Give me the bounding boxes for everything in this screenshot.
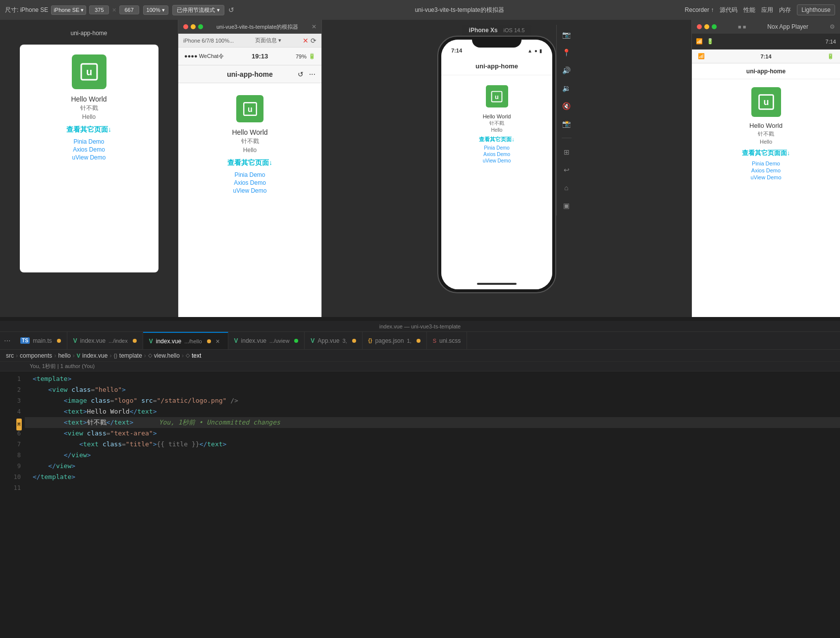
wechat-status-left: ●●●● WeChat令 (184, 53, 224, 60)
tool-camera[interactable]: 📷 (561, 29, 573, 41)
breadcrumb-vue-icon: V (77, 353, 80, 359)
wechat-dot-red[interactable] (183, 24, 188, 29)
iphone-link-axios[interactable]: Axios Demo (483, 152, 510, 157)
tab-index-vue[interactable]: V index.vue .../index (67, 332, 143, 349)
wechat-dot-green[interactable] (198, 24, 203, 29)
source-button[interactable]: 源代码 (720, 6, 737, 14)
vue-icon-index: V (73, 337, 77, 344)
iphone-link-pinia[interactable]: Pinia Demo (484, 145, 510, 151)
token-lt-1: < (33, 375, 37, 382)
iphone-screen: 7:14 ▲ ● ▮ uni-app-home (441, 40, 552, 289)
breadcrumb-template-icon: {} (113, 353, 117, 359)
wechat-uni-logo-svg: u (242, 101, 258, 117)
wechat-reload-icon[interactable]: ⟳ (311, 37, 316, 45)
iphone-app-hello: Hello (491, 127, 503, 133)
nox-link-uview[interactable]: uView Demo (750, 174, 781, 180)
nox-settings-icon[interactable]: ⚙ (830, 23, 835, 30)
iphone-xs-ios: iOS 14.5 (504, 27, 525, 33)
tab-index-hello[interactable]: V index.vue .../hello × (143, 332, 228, 349)
tab-label-index-uview: index.vue (241, 337, 266, 344)
breadcrumb-bar: src › components › hello › V index.vue ›… (0, 350, 840, 362)
nox-dot-green[interactable] (712, 24, 717, 29)
nox-link-axios[interactable]: Axios Demo (751, 167, 781, 173)
width-input[interactable]: 375 (89, 5, 109, 14)
wechat-nav-refresh[interactable]: ↺ (298, 70, 304, 78)
nox-panel: ■ ■ Nox App Player ⚙ 📶 🔋 7:14 📶 7:14 🔋 u… (691, 20, 840, 317)
nox-dot-yellow[interactable] (704, 24, 709, 29)
code-line-10: </template> (25, 472, 840, 482)
tool-home[interactable]: ⌂ (561, 182, 573, 194)
tab-index-uview[interactable]: V index.vue .../uview (228, 332, 305, 349)
editor-area: index.vue — uni-vue3-ts-template ··· TS … (0, 321, 840, 638)
app-link-pinia-1[interactable]: Pinia Demo (73, 138, 104, 145)
tab-main-ts[interactable]: TS main.ts (14, 332, 67, 349)
app-preview-1: u Hello World 针不戳 Hello 查看其它页面↓ Pinia De… (20, 45, 158, 272)
tool-back[interactable]: ↩ (561, 164, 573, 176)
code-line-5: <text>针不戳</text> You, 1秒前 • Uncommitted … (25, 417, 840, 428)
editor-file-bar: index.vue — uni-vue3-ts-template (0, 321, 840, 332)
wechat-battery-percent: 79% (296, 53, 307, 59)
memory-button[interactable]: 内存 (779, 6, 791, 14)
tab-pages-json[interactable]: {} pages.json 1, (363, 332, 427, 349)
tab-app-vue[interactable]: V App.vue 3, (305, 332, 362, 349)
lighthouse-button[interactable]: Lighthouse (797, 4, 835, 15)
tool-grid[interactable]: ⊞ (561, 146, 573, 158)
height-input[interactable]: 667 (119, 5, 139, 14)
breadcrumb-hello: hello (58, 352, 70, 359)
author-bar: You, 1秒前 | 1 author (You) (0, 362, 840, 372)
breadcrumb-text: text (192, 352, 201, 359)
tab-uni-scss[interactable]: S uni.scss (427, 332, 468, 349)
wechat-link-uview[interactable]: uView Demo (233, 187, 267, 194)
nox-dot-red[interactable] (697, 24, 702, 29)
nox-status-battery: 🔋 (827, 53, 834, 59)
recorder-button[interactable]: Recorder ↑ (685, 6, 714, 13)
code-line-6: <view class="text-area"> (25, 428, 840, 439)
nox-logo-icon: ■ ■ (738, 24, 746, 30)
tab-more-btn[interactable]: ··· (0, 332, 14, 349)
code-area[interactable]: 1 2 3 4 M 5 6 7 8 9 10 11 <template> <vi… (0, 372, 840, 638)
wechat-link-pinia[interactable]: Pinia Demo (234, 171, 265, 178)
uni-logo-1: u (72, 54, 106, 89)
nox-link-pinia[interactable]: Pinia Demo (752, 160, 780, 166)
iphone-see-other[interactable]: 查看其它页面↓ (479, 136, 515, 143)
tab-sublabel-hello: .../hello (184, 338, 202, 344)
wechat-page-info[interactable]: 页面信息 ▾ (255, 37, 281, 44)
nox-see-other[interactable]: 查看其它页面面↓ (742, 149, 790, 158)
tool-screenshot[interactable]: 📸 (561, 118, 573, 130)
code-lines[interactable]: <template> <view class="hello"> <image c… (25, 372, 840, 638)
volume-up-btn (437, 71, 438, 84)
zoom-select[interactable]: 100% ▾ (143, 5, 168, 15)
zoom-value: 100% (147, 7, 160, 13)
editor-file-title: index.vue — uni-vue3-ts-template (379, 323, 461, 329)
tool-location[interactable]: 📍 (561, 47, 573, 58)
wechat-nav-bar: uni-app-home ··· ↺ (178, 65, 321, 83)
app-link-uview-1[interactable]: uView Demo (72, 154, 106, 161)
tab-sublabel-uview: .../uview (269, 338, 289, 344)
iphone-xs-container: iPhone Xs iOS 14.5 7:14 ▲ ● ▮ uni-a (437, 25, 556, 293)
device-select[interactable]: iPhone SE ▾ (51, 5, 86, 15)
nox-status-left: 📶 (698, 53, 705, 59)
wechat-close-btn[interactable]: ✕ (312, 23, 316, 30)
app-button[interactable]: 应用 (761, 6, 773, 14)
wechat-close-icon[interactable]: ✕ (303, 37, 309, 45)
wechat-see-other[interactable]: 查看其它页面↓ (227, 159, 272, 167)
tool-recent[interactable]: ▣ (561, 200, 573, 212)
wechat-link-axios[interactable]: Axios Demo (234, 179, 266, 186)
app-link-axios-1[interactable]: Axios Demo (73, 146, 105, 153)
vertical-tools-panel: 📷 📍 🔊 🔉 🔇 📸 ⊞ ↩ ⌂ ▣ (556, 25, 576, 215)
line-numbers: 1 2 3 4 M 5 6 7 8 9 10 11 (0, 372, 25, 638)
refresh-button[interactable]: ↺ (228, 6, 234, 14)
tool-vol-mute[interactable]: 🔇 (561, 100, 573, 112)
performance-button[interactable]: 性能 (743, 6, 755, 14)
tool-vol-up[interactable]: 🔊 (561, 64, 573, 76)
wechat-dot-yellow[interactable] (191, 24, 196, 29)
app-see-other-1[interactable]: 查看其它页面↓ (66, 125, 111, 134)
throttle-dropdown[interactable]: 已停用节流模式 ▾ (172, 5, 224, 15)
wechat-nav-more[interactable]: ··· (309, 70, 315, 79)
iphone-link-uview[interactable]: uView Demo (483, 158, 511, 163)
tool-vol-down[interactable]: 🔉 (561, 82, 573, 94)
nox-app-name: Nox App Player (767, 23, 808, 30)
nox-battery-icon: 🔋 (707, 38, 714, 45)
nox-controls: ⚙ (830, 23, 835, 30)
tab-close-hello[interactable]: × (214, 337, 222, 345)
